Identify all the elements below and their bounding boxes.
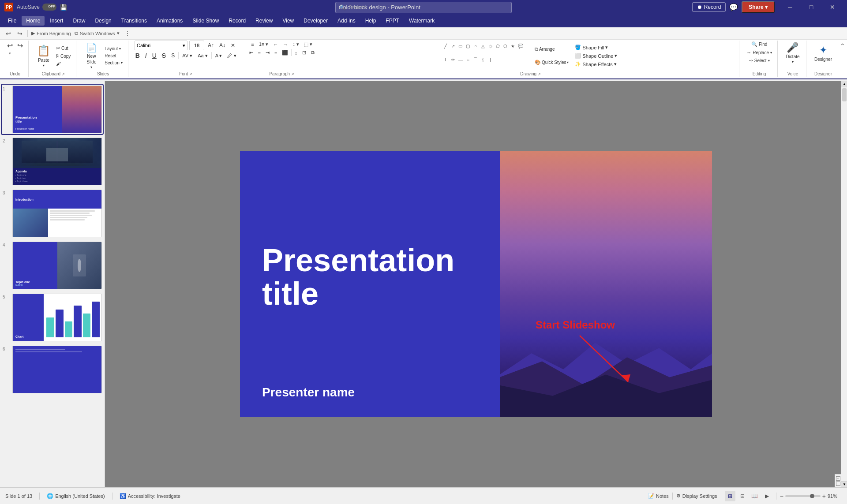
zoom-slider-thumb[interactable]: [810, 494, 814, 498]
strikethrough-button[interactable]: S: [160, 51, 168, 60]
shape-effects-button[interactable]: ✨ Shape Effects ▾: [573, 60, 619, 68]
new-slide-button[interactable]: 📄 New Slide ▾: [82, 44, 101, 68]
justify-button[interactable]: ≡: [273, 49, 279, 56]
convert-list-button[interactable]: ⧉: [309, 49, 316, 56]
from-beginning-button[interactable]: ▶ From Beginning: [31, 30, 71, 36]
clear-format-button[interactable]: ✕: [229, 41, 237, 49]
reset-button[interactable]: Reset: [103, 52, 124, 59]
slide-thumb-3[interactable]: 3 Introduction: [2, 189, 103, 238]
layout-button[interactable]: Layout▾: [103, 45, 124, 52]
fit-slide-button[interactable]: +: [836, 476, 840, 481]
shape-callout[interactable]: 💬: [517, 43, 524, 50]
slide-thumb-1[interactable]: 1 Presentationtitle Presenter name: [2, 85, 103, 134]
menu-insert[interactable]: Insert: [45, 16, 67, 26]
zoom-out-canvas-button[interactable]: -: [836, 482, 840, 486]
zoom-out-button[interactable]: −: [780, 493, 783, 500]
zoom-level-display[interactable]: 91%: [828, 493, 842, 499]
slideshow-button[interactable]: ▶: [762, 491, 772, 501]
menu-design[interactable]: Design: [90, 16, 116, 26]
slide-main-title[interactable]: Presentation title: [262, 244, 478, 310]
shape-freeform[interactable]: ✏: [450, 56, 457, 63]
slide-thumb-6[interactable]: 6: [2, 345, 103, 394]
justify-low-button[interactable]: ⬛: [280, 49, 290, 56]
decrease-indent-button[interactable]: ←: [271, 41, 280, 48]
shape-double-arrow[interactable]: ↔: [465, 56, 472, 63]
format-painter-button[interactable]: 🖌: [54, 60, 72, 67]
shape-line[interactable]: ╱: [442, 43, 449, 50]
font-grow-button[interactable]: A↑: [206, 41, 216, 49]
zoom-slider[interactable]: [785, 495, 821, 497]
close-button[interactable]: ✕: [822, 0, 843, 14]
shape-connector[interactable]: —: [457, 56, 464, 63]
menu-animations[interactable]: Animations: [152, 16, 187, 26]
select-button[interactable]: ⊹ Select ▾: [747, 57, 772, 64]
menu-help[interactable]: Help: [361, 16, 381, 26]
minimize-button[interactable]: ─: [780, 0, 800, 14]
search-bar[interactable]: 🔍 Search: [335, 2, 512, 13]
slide-presenter-name[interactable]: Presenter name: [262, 385, 478, 399]
menu-file[interactable]: File: [4, 16, 21, 26]
menu-addins[interactable]: Add-ins: [333, 16, 360, 26]
shapes-gallery[interactable]: ╱ ↗ ▭ ▢ ○ △ ◇ ⬠ ⬡ ★ 💬 T ✏ — ↔ ⌒ {: [442, 43, 530, 69]
shape-curve[interactable]: ⌒: [472, 56, 479, 63]
align-center-button[interactable]: ≡: [256, 49, 262, 56]
scrollbar-thumb[interactable]: [842, 88, 847, 101]
menu-developer[interactable]: Developer: [299, 16, 332, 26]
autosave-toggle[interactable]: AutoSave: [17, 4, 56, 11]
shape-diamond[interactable]: ◇: [487, 43, 494, 50]
shadow-button[interactable]: S: [169, 52, 176, 60]
cut-button[interactable]: ✂Cut: [54, 45, 72, 52]
redo-ribbon-button[interactable]: ↪: [15, 41, 25, 50]
accessibility-checker[interactable]: ♿ Accessibility: Investigate: [120, 493, 180, 499]
menu-review[interactable]: Review: [251, 16, 277, 26]
shape-rect[interactable]: ▭: [457, 43, 464, 50]
font-name-selector[interactable]: Calibri ▾: [135, 41, 187, 50]
line-spacing-button[interactable]: ↕ ▾: [291, 41, 301, 48]
display-settings-button[interactable]: ⚙ Display Settings: [676, 493, 717, 499]
paste-button[interactable]: 📋 Paste ▾: [34, 43, 53, 69]
reading-view-button[interactable]: 📖: [750, 491, 760, 501]
bullets-button[interactable]: ≡: [249, 41, 255, 48]
increase-indent-button[interactable]: →: [281, 41, 289, 48]
redo-button[interactable]: ↪: [16, 29, 24, 38]
shape-bracket[interactable]: [: [487, 56, 494, 63]
font-color-button[interactable]: A ▾: [214, 52, 224, 60]
normal-view-button[interactable]: ⊞: [725, 491, 735, 501]
maximize-button[interactable]: □: [801, 0, 821, 14]
menu-home[interactable]: Home: [22, 16, 45, 26]
menu-slideshow[interactable]: Slide Show: [188, 16, 223, 26]
zoom-in-button[interactable]: +: [822, 493, 826, 500]
section-button[interactable]: Section▾: [103, 60, 124, 66]
autosave-toggle-switch[interactable]: [42, 4, 56, 11]
shape-outline-button[interactable]: ⬜ Shape Outline ▾: [573, 52, 619, 60]
notes-button[interactable]: 📝 Notes: [648, 493, 669, 499]
language-selector[interactable]: 🌐 English (United States): [47, 493, 105, 499]
designer-button[interactable]: ✦ Designer: [812, 41, 835, 65]
shape-triangle[interactable]: △: [480, 43, 487, 50]
align-right-button[interactable]: ⇥: [264, 49, 271, 56]
find-button[interactable]: 🔍 Find: [750, 41, 769, 48]
numbering-button[interactable]: 1≡ ▾: [257, 41, 270, 48]
font-shrink-button[interactable]: A↓: [217, 41, 227, 49]
scroll-down-button[interactable]: ▼: [841, 481, 847, 487]
smart-art-button[interactable]: ⊡: [300, 49, 308, 56]
undo-button[interactable]: ↩: [4, 29, 12, 38]
arrange-button[interactable]: ⧉ Arrange: [532, 43, 572, 56]
copy-button[interactable]: ⎘Copy: [54, 52, 72, 60]
dictate-button[interactable]: 🎤 Dictate ▾: [783, 41, 802, 65]
menu-watermark[interactable]: Watermark: [405, 16, 439, 26]
underline-button[interactable]: U: [150, 51, 158, 60]
change-case-button[interactable]: Aa ▾: [196, 52, 210, 60]
italic-button[interactable]: I: [143, 51, 149, 60]
slide-thumb-5[interactable]: 5 Chart: [2, 293, 103, 342]
menu-draw[interactable]: Draw: [68, 16, 90, 26]
replace-button[interactable]: ↔ Replace ▾: [745, 49, 774, 56]
save-icon[interactable]: 💾: [60, 4, 67, 11]
shape-pentagon[interactable]: ⬠: [495, 43, 502, 50]
undo-ribbon-button[interactable]: ↩ ▾: [5, 41, 15, 50]
shape-rounded-rect[interactable]: ▢: [465, 43, 472, 50]
menu-transitions[interactable]: Transitions: [117, 16, 151, 26]
menu-fppt[interactable]: FPPT: [381, 16, 404, 26]
highlight-color-button[interactable]: 🖊 ▾: [225, 52, 238, 60]
ribbon-collapse-button[interactable]: ⌃: [840, 41, 845, 77]
